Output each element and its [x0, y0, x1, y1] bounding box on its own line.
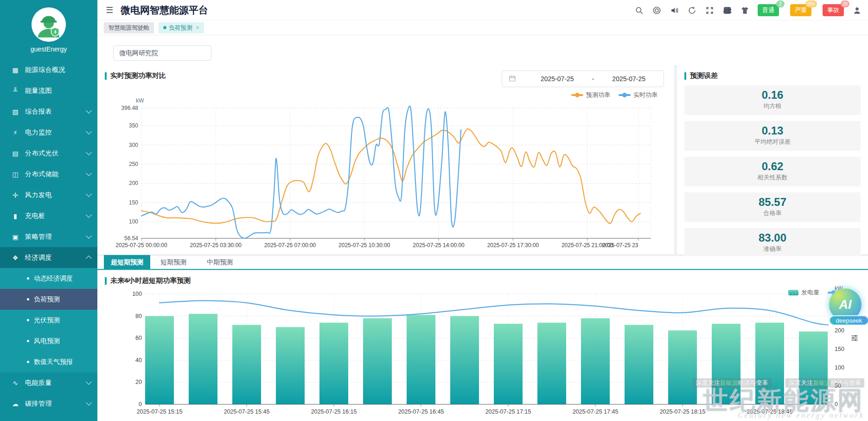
sidebar-item-reports[interactable]: ▧综合报表 — [0, 101, 97, 122]
svg-text:2025-07-25 17:45: 2025-07-25 17:45 — [573, 408, 619, 415]
tab-ultra-short-forecast[interactable]: 超短期预测 — [104, 255, 150, 269]
svg-text:2025-07-25 17:15: 2025-07-25 17:15 — [485, 408, 531, 415]
bar-2025-07-25 16:00[interactable] — [276, 327, 305, 404]
bullet-icon — [27, 277, 29, 280]
bar-2025-07-25 17:00[interactable] — [450, 316, 479, 404]
svg-text:2025-07-25 18:15: 2025-07-25 18:15 — [660, 408, 706, 415]
metric-value: 0.62 — [684, 160, 861, 172]
wind-turbine-icon: ✢ — [11, 191, 19, 199]
sidebar-item-load-forecast[interactable]: 负荷预测 — [0, 289, 97, 310]
volume-icon[interactable] — [670, 6, 679, 15]
metric-label: 平均绝对误差 — [684, 138, 861, 146]
org-select[interactable]: 微电网研究院 — [113, 45, 211, 61]
bar-2025-07-25 15:15[interactable] — [145, 316, 174, 404]
metric-label: 准确率 — [684, 245, 861, 253]
sidebar-item-label: 经济调度 — [25, 254, 87, 262]
sidebar-menu: ▦能源综合概况╨能量流图▧综合报表⚡电力监控▤分布式光伏◫分布式储能✢风力发电▮… — [0, 59, 97, 414]
tab-cockpit[interactable]: 智慧能源驾驶舱 — [104, 22, 154, 33]
refresh-icon[interactable] — [687, 6, 696, 15]
tab-label: 负荷预测 — [169, 22, 192, 33]
svg-text:396.48: 396.48 — [121, 105, 138, 111]
sidebar-item-energy-flow[interactable]: ╨能量流图 — [0, 80, 97, 101]
error-metric-tiles: 0.16均方根0.13平均绝对误差0.62相关性系数85.57合格率83.00准… — [684, 85, 861, 264]
sidebar-item-distributed-storage[interactable]: ◫分布式储能 — [0, 164, 97, 185]
sidebar-item-strategy[interactable]: ▣策略管理 — [0, 226, 97, 247]
sidebar: guestEnergy ▦能源综合概况╨能量流图▧综合报表⚡电力监控▤分布式光伏… — [0, 0, 97, 421]
collapse-menu-icon[interactable]: ☰ — [106, 5, 113, 15]
translate-icon[interactable]: A文 — [722, 6, 732, 15]
tab-mid-forecast[interactable]: 中期预测 — [197, 255, 243, 269]
sidebar-item-label: 综合报表 — [25, 108, 87, 116]
sidebar-item-charging-pile[interactable]: ▮充电桩 — [0, 205, 97, 226]
close-icon[interactable]: × — [196, 22, 199, 33]
date-range-picker[interactable]: 2025-07-25 - 2025-07-25 — [502, 70, 664, 87]
chevron-down-icon — [86, 400, 92, 406]
svg-text:100: 100 — [132, 291, 142, 297]
energy-overview-icon: ▦ — [11, 66, 19, 74]
bar-chart[interactable]: kW·hkW0204060801000501001502002503002025… — [97, 274, 868, 421]
sidebar-item-wind-forecast[interactable]: 风电预测 — [0, 331, 97, 351]
charging-pile-icon: ▮ — [11, 212, 19, 220]
bar-2025-07-25 16:30[interactable] — [363, 318, 392, 404]
sidebar-item-label: 光伏预测 — [34, 316, 60, 325]
sidebar-item-economic-dispatch[interactable]: ❖经济调度 — [0, 247, 97, 268]
date-end[interactable]: 2025-07-25 — [594, 75, 664, 83]
bar-2025-07-25 15:45[interactable] — [232, 325, 261, 404]
metric-tile: 83.00准确率 — [684, 228, 861, 258]
active-dot-icon — [163, 26, 166, 29]
bar-2025-07-25 17:45[interactable] — [581, 318, 610, 404]
sidebar-item-label: 充电桩 — [25, 212, 87, 220]
sidebar-item-distributed-pv[interactable]: ▤分布式光伏 — [0, 143, 97, 164]
chart-settings-icon[interactable] — [850, 334, 859, 344]
sidebar-item-power-quality[interactable]: ∿电能质量 — [0, 372, 97, 393]
bar-2025-07-25 17:15[interactable] — [494, 324, 523, 404]
svg-text:0: 0 — [835, 401, 838, 408]
sidebar-item-label: 动态经济调度 — [34, 274, 73, 283]
svg-text:2025-07-25 03:30:00: 2025-07-25 03:30:00 — [190, 242, 242, 249]
bar-2025-07-25 18:45[interactable] — [755, 323, 784, 404]
header-icons: A文 普通2严重99+事故39 — [634, 0, 862, 20]
alarm-normal-badge: 2 — [776, 0, 785, 7]
bar-2025-07-25 18:15[interactable] — [668, 331, 697, 404]
date-start[interactable]: 2025-07-25 — [523, 75, 592, 83]
sidebar-item-weather-forecast[interactable]: 数值天气预报 — [0, 351, 97, 372]
breadcrumb-tabs: 智慧能源驾驶舱负荷预测× — [97, 20, 868, 35]
svg-text:200: 200 — [129, 180, 138, 186]
tab-load-forecast[interactable]: 负荷预测× — [159, 22, 204, 33]
ai-assistant-button[interactable]: AI deepseek — [829, 288, 868, 325]
bar-2025-07-25 16:15[interactable] — [319, 323, 348, 404]
bar-2025-07-25 19:00[interactable] — [799, 332, 828, 404]
metric-label: 合格率 — [684, 209, 861, 217]
sidebar-item-energy-overview[interactable]: ▦能源综合概况 — [0, 59, 97, 80]
svg-text:2025-07-25 15:45: 2025-07-25 15:45 — [224, 408, 270, 415]
svg-text:80: 80 — [135, 313, 142, 319]
bar-2025-07-25 17:30[interactable] — [537, 323, 566, 404]
support-icon[interactable] — [652, 6, 661, 15]
fullscreen-icon[interactable] — [705, 6, 714, 15]
sidebar-item-dynamic-dispatch[interactable]: 动态经济调度 — [0, 268, 97, 289]
bar-2025-07-25 18:00[interactable] — [625, 325, 653, 404]
alarm-severe-badge: 99+ — [805, 0, 817, 7]
power-monitor-icon: ⚡ — [11, 129, 19, 136]
sidebar-item-power-monitor[interactable]: ⚡电力监控 — [0, 122, 97, 143]
line-chart[interactable]: kW56.54100150200250300350396.482025-07-2… — [97, 93, 674, 254]
sidebar-item-label: 电能质量 — [25, 379, 87, 387]
sidebar-item-wind-power[interactable]: ✢风力发电 — [0, 185, 97, 205]
alarm-normal-button[interactable]: 普通2 — [758, 4, 779, 16]
bar-2025-07-25 15:30[interactable] — [189, 314, 217, 404]
chevron-down-icon — [86, 170, 92, 176]
dispatch-icon: ❖ — [11, 254, 19, 262]
search-icon[interactable] — [634, 6, 644, 15]
chevron-down-icon — [86, 108, 92, 114]
user-icon[interactable] — [852, 6, 862, 15]
filter-strip: 微电网研究院 — [97, 35, 868, 65]
theme-shirt-icon[interactable] — [740, 6, 749, 15]
alarm-severe-button[interactable]: 严重99+ — [790, 4, 811, 16]
sidebar-item-pv-forecast[interactable]: 光伏预测 — [0, 310, 97, 331]
sidebar-item-carbon-management[interactable]: ☁碳排管理 — [0, 393, 97, 414]
alarm-accident-button[interactable]: 事故39 — [823, 4, 844, 16]
svg-text:2025-07-25 07:00:00: 2025-07-25 07:00:00 — [264, 242, 316, 249]
bar-2025-07-25 16:45[interactable] — [407, 315, 435, 404]
bar-2025-07-25 18:30[interactable] — [712, 324, 740, 404]
tab-short-forecast[interactable]: 短期预测 — [150, 255, 197, 269]
